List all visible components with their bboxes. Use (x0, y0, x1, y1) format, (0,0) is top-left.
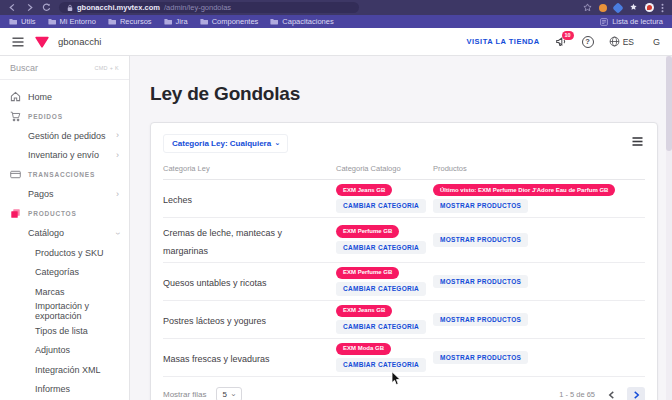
bookmark-label: Recursos (120, 18, 152, 26)
show-products-button[interactable]: MOSTRAR PRODUCTOS (433, 275, 528, 289)
sidebar-item-transacciones: TRANSACCIONES (0, 165, 129, 185)
bookmark-label: Mi Entorno (60, 18, 96, 26)
show-products-button[interactable]: MOSTRAR PRODUCTOS (433, 199, 528, 213)
sidebar-item-inventario-y-envio[interactable]: Inventario y envío› (0, 146, 129, 166)
help-icon[interactable]: ? (582, 36, 594, 48)
lock-icon (67, 4, 73, 12)
card-icon (10, 169, 22, 180)
account-name[interactable]: gbonacchi (58, 36, 101, 47)
browser-url-bar: gbonacchi.myvtex.com/admin/ley-gondolas (0, 0, 672, 15)
sidebar-item-pedidos: PEDIDOS (0, 107, 129, 127)
bookmarks-bar: UtilsMi EntornoRecursosJiraComponentesCa… (0, 15, 672, 28)
chevron-down-icon: › (113, 232, 122, 235)
orange-extension-icon[interactable] (599, 4, 607, 12)
catalog-category-badge: EXM Moda GB (336, 343, 391, 355)
category-name: Postres lácteos y yogures (163, 316, 266, 326)
reading-list-icon (600, 18, 608, 26)
blue-extension-icon[interactable] (612, 2, 623, 13)
column-header: Categoria Catalogo (336, 164, 425, 173)
category-filter-dropdown[interactable]: Categoria Ley: Cualquiera › (163, 134, 288, 153)
refresh-icon[interactable] (42, 3, 51, 12)
table-row: LechesEXM Jeans GBCAMBIAR CATEGORIAÚltim… (163, 180, 645, 218)
sidebar-item-label: TRANSACCIONES (28, 171, 95, 178)
table-row: Masas frescas y levadurasEXM Moda GBCAMB… (163, 339, 645, 377)
sidebar-search[interactable]: Buscar CMD + K (0, 56, 129, 80)
record-extension-icon[interactable] (645, 3, 654, 12)
visit-store-link[interactable]: VISITA LA TIENDA (467, 37, 540, 46)
cursor-pointer (391, 371, 402, 390)
reading-list[interactable]: Lista de lectura (600, 17, 663, 26)
bookmark-capacitaciones[interactable]: Capacitaciones (270, 18, 333, 26)
sidebar-item-catalogo[interactable]: Catálogo› (0, 224, 129, 244)
bookmark-componentes[interactable]: Componentes (200, 18, 259, 26)
next-page-button[interactable] (627, 387, 645, 400)
puzzle-extension-icon[interactable] (629, 3, 638, 12)
notifications-button[interactable]: 10 (555, 36, 567, 47)
change-category-button[interactable]: CAMBIAR CATEGORIA (336, 199, 426, 213)
back-icon[interactable] (8, 3, 17, 12)
pagination-info: 1 - 5 de 65 (559, 390, 595, 399)
browser-menu-icon[interactable] (661, 3, 664, 13)
rows-per-page-select[interactable]: 5 › (216, 387, 242, 400)
show-products-button[interactable]: MOSTRAR PRODUCTOS (433, 233, 528, 247)
chevron-down-icon: › (229, 394, 237, 397)
cart-icon (10, 111, 22, 122)
table-body: LechesEXM Jeans GBCAMBIAR CATEGORIAÚltim… (163, 180, 645, 377)
avatar[interactable]: G (653, 37, 660, 47)
sidebar-item-label: Importación y exportación (35, 301, 119, 321)
prev-page-button[interactable] (602, 387, 620, 400)
folder-icon (270, 18, 278, 25)
folder-icon (9, 18, 17, 25)
bookmark-label: Capacitaciones (282, 18, 333, 26)
chevron-right-icon: › (116, 190, 119, 199)
locale-selector[interactable]: ES (609, 36, 634, 47)
bookmark-label: Componentes (212, 18, 259, 26)
sidebar-item-categorias[interactable]: Categorías (0, 263, 129, 283)
bookmark-mi-entorno[interactable]: Mi Entorno (48, 18, 96, 26)
table-card: Categoria Ley: Cualquiera › Categoria Le… (150, 122, 658, 400)
sidebar-item-importacion-y-exportacion[interactable]: Importación y exportación (0, 302, 129, 322)
sidebar-item-marcas[interactable]: Marcas (0, 282, 129, 302)
sidebar: Buscar CMD + K HomePEDIDOSGestión de ped… (0, 56, 130, 400)
sidebar-item-gestion-de-pedidos[interactable]: Gestión de pedidos› (0, 126, 129, 146)
folder-icon (108, 18, 116, 25)
bookmark-jira[interactable]: Jira (164, 18, 188, 26)
url-path: /admin/ley-gondolas (164, 4, 231, 12)
address-bar[interactable]: gbonacchi.myvtex.com/admin/ley-gondolas (59, 2, 359, 13)
chevron-down-icon: › (273, 142, 281, 145)
bookmark-label: Jira (176, 18, 188, 26)
column-header: Categoria Ley (163, 164, 328, 173)
scrollbar[interactable] (666, 56, 672, 400)
bookmark-star-icon[interactable] (583, 3, 592, 12)
sidebar-item-home[interactable]: Home (0, 87, 129, 107)
sidebar-item-adjuntos[interactable]: Adjuntos (0, 341, 129, 361)
sidebar-item-informes[interactable]: Informes (0, 380, 129, 400)
table-row: Cremas de leche, mantecas y margarinasEX… (163, 218, 645, 263)
vtex-logo[interactable] (35, 36, 49, 48)
search-input[interactable]: Buscar (10, 63, 38, 73)
chevron-right-icon: › (116, 151, 119, 160)
sidebar-item-label: Categorías (35, 267, 79, 277)
sidebar-item-integracion-xml[interactable]: Integración XML (0, 360, 129, 380)
density-icon[interactable] (630, 134, 645, 149)
change-category-button[interactable]: CAMBIAR CATEGORIA (336, 241, 426, 255)
table-header-row: Categoria Ley Categoria Catalogo Product… (163, 164, 645, 180)
reading-list-label: Lista de lectura (612, 17, 663, 26)
menu-icon[interactable] (12, 37, 24, 47)
show-products-button[interactable]: MOSTRAR PRODUCTOS (433, 351, 528, 365)
change-category-button[interactable]: CAMBIAR CATEGORIA (336, 358, 426, 372)
forward-icon[interactable] (25, 3, 34, 12)
rows-per-page-label: Mostrar filas (163, 390, 207, 399)
sidebar-item-label: Tipos de lista (35, 326, 88, 336)
products-icon (10, 208, 22, 219)
change-category-button[interactable]: CAMBIAR CATEGORIA (336, 282, 426, 296)
bookmark-utils[interactable]: Utils (9, 18, 36, 26)
sidebar-item-productos-y-sku[interactable]: Productos y SKU (0, 243, 129, 263)
sidebar-item-tipos-de-lista[interactable]: Tipos de lista (0, 321, 129, 341)
sidebar-item-pagos[interactable]: Pagos› (0, 185, 129, 205)
change-category-button[interactable]: CAMBIAR CATEGORIA (336, 320, 426, 334)
folder-icon (48, 18, 56, 25)
bookmark-recursos[interactable]: Recursos (108, 18, 152, 26)
sidebar-item-label: PEDIDOS (28, 113, 63, 120)
show-products-button[interactable]: MOSTRAR PRODUCTOS (433, 313, 528, 327)
